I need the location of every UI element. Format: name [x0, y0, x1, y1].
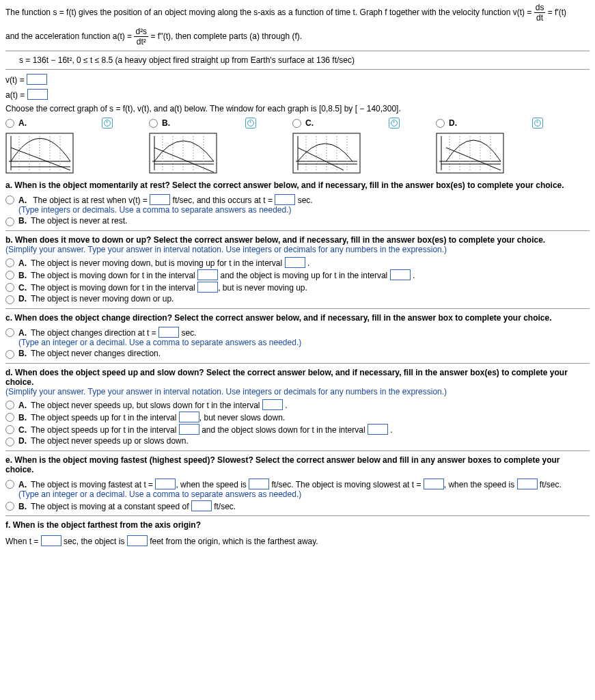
qa-prompt: a. When is the object momentarily at res…: [5, 180, 590, 190]
qb-b-input2[interactable]: [390, 269, 411, 280]
divider: [5, 308, 590, 309]
qe-a-input4[interactable]: [517, 479, 538, 489]
radio-graph-d[interactable]: [436, 119, 445, 128]
qa-option-b: B.The object is never at rest.: [5, 216, 590, 226]
graph-d-label: D.: [449, 118, 457, 128]
intro-text-1b: = f′(t): [548, 8, 566, 17]
qd-c-input1[interactable]: [179, 424, 199, 435]
radio-qe-a[interactable]: [5, 480, 14, 489]
radio-qd-c[interactable]: [5, 425, 14, 434]
qd-c-input2[interactable]: [368, 424, 388, 435]
qb-prompt: b. When does it move to down or up? Sele…: [5, 235, 590, 245]
qa-a-input2[interactable]: [275, 194, 295, 205]
radio-graph-c[interactable]: [292, 119, 301, 128]
qa-a-text3: sec.: [298, 196, 313, 205]
graph-c-label: C.: [305, 118, 314, 128]
zoom-icon[interactable]: [102, 118, 113, 129]
zoom-icon[interactable]: [245, 118, 256, 129]
zoom-icon[interactable]: [532, 118, 543, 129]
qd-b-input[interactable]: [179, 412, 199, 422]
fraction-dsdt: dsdt: [534, 3, 546, 23]
intro-text-2a: and the acceleration function a(t) =: [5, 31, 134, 41]
radio-qd-b[interactable]: [5, 413, 14, 422]
qe-a-input2[interactable]: [249, 479, 269, 489]
graph-a-label: A.: [18, 118, 27, 128]
qa-b-text: The object is never at rest.: [31, 216, 127, 226]
graph-a-svg: [5, 133, 74, 174]
at-input[interactable]: [27, 89, 48, 100]
qb-c-input[interactable]: [197, 282, 218, 293]
qa-a-text2: ft/sec, and this occurs at t =: [173, 196, 273, 205]
qe-prompt: e. When is the object moving fastest (hi…: [5, 455, 590, 474]
graph-c-svg: [292, 133, 361, 174]
radio-qe-b[interactable]: [5, 502, 14, 511]
divider: [5, 51, 590, 51]
graph-b-label: B.: [162, 118, 170, 128]
qc-prompt: c. When does the object change direction…: [5, 313, 590, 323]
qf-input2[interactable]: [127, 535, 148, 546]
qe-a-input1[interactable]: [155, 479, 176, 489]
radio-qa-b[interactable]: [5, 217, 14, 226]
qe-a-input3[interactable]: [424, 479, 444, 489]
vt-label: v(t) =: [5, 75, 25, 85]
qb-note: (Simplify your answer. Type your answer …: [5, 245, 590, 254]
qa-a-text1: The object is at rest when v(t) =: [33, 196, 148, 205]
radio-qc-a[interactable]: [5, 328, 14, 337]
intro-text-1: The function s = f(t) gives the position…: [5, 8, 534, 17]
choose-graph-prompt: Choose the correct graph of s = f(t), v(…: [5, 104, 590, 113]
intro-text-2b: = f′′(t), then complete parts (a) throug…: [150, 31, 302, 41]
qa-a-note: (Type integers or decimals. Use a comma …: [18, 205, 313, 215]
fraction-d2sdt2: d²sdt²: [134, 27, 148, 46]
graph-option-b: B.: [149, 118, 292, 174]
divider: [5, 69, 590, 70]
radio-qb-d[interactable]: [5, 295, 14, 304]
divider: [5, 450, 590, 451]
graph-option-a: A.: [5, 118, 149, 174]
radio-qd-a[interactable]: [5, 401, 14, 409]
at-row: a(t) =: [5, 89, 590, 100]
qb-a-input[interactable]: [285, 257, 305, 268]
vt-row: v(t) =: [5, 74, 590, 85]
vt-input[interactable]: [27, 74, 47, 85]
at-label: a(t) =: [5, 90, 25, 100]
radio-qb-a[interactable]: [5, 258, 14, 267]
divider: [5, 515, 590, 516]
zoom-icon[interactable]: [389, 118, 400, 129]
equation-line: s = 136t − 16t², 0 ≤ t ≤ 8.5 (a heavy ob…: [19, 55, 590, 65]
qf-line: When t = sec, the object is feet from th…: [5, 535, 590, 546]
radio-qb-b[interactable]: [5, 271, 14, 280]
problem-intro: The function s = f(t) gives the position…: [5, 3, 590, 46]
graph-option-c: C.: [292, 118, 436, 174]
qb-b-input1[interactable]: [197, 269, 218, 280]
qf-input1[interactable]: [41, 535, 61, 546]
divider: [5, 363, 590, 364]
radio-qa-a[interactable]: [5, 196, 14, 204]
radio-graph-a[interactable]: [5, 119, 14, 128]
graph-d-svg: [436, 133, 504, 174]
radio-qc-b[interactable]: [5, 350, 14, 359]
svg-line-38: [446, 148, 501, 170]
qa-option-a: A. The object is at rest when v(t) = ft/…: [5, 194, 590, 215]
graph-b-svg: [149, 133, 217, 174]
qc-a-input[interactable]: [158, 327, 179, 338]
radio-graph-b[interactable]: [149, 119, 158, 128]
qa-a-input1[interactable]: [150, 194, 170, 205]
radio-qd-d[interactable]: [5, 438, 14, 446]
graph-options-row: A. B. C.: [5, 118, 590, 174]
graph-option-d: D.: [436, 118, 579, 174]
qd-a-input[interactable]: [262, 399, 283, 410]
divider: [5, 230, 590, 231]
radio-qb-c[interactable]: [5, 283, 14, 292]
qf-prompt: f. When is the object farthest from the …: [5, 520, 590, 530]
qd-prompt: d. When does the object speed up and slo…: [5, 368, 590, 387]
qe-b-input[interactable]: [191, 500, 212, 511]
